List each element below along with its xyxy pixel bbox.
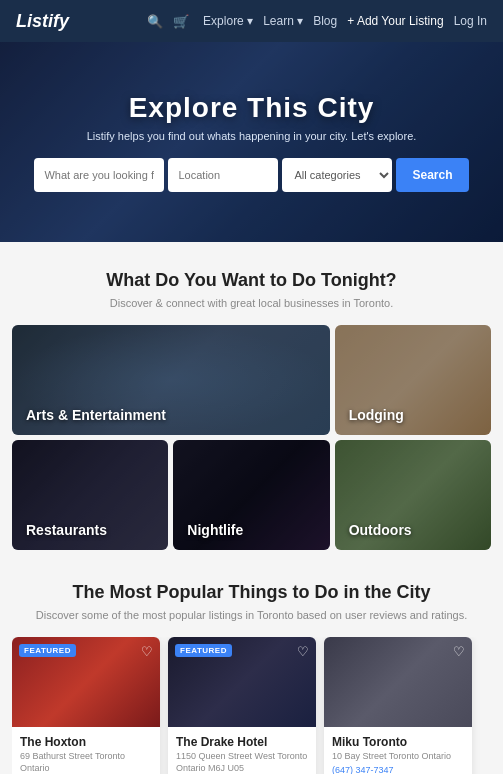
listing-card-miku[interactable]: ♡ Miku Toronto 10 Bay Street Toronto Ont… [324, 637, 472, 774]
card-hoxton-featured-badge: FEATURED [19, 644, 76, 657]
category-arts[interactable]: Arts & Entertainment [12, 325, 330, 435]
popular-cards-list: FEATURED ♡ The Hoxton 69 Bathurst Street… [12, 637, 491, 774]
category-outdoors-label: Outdoors [349, 522, 412, 538]
popular-section: The Most Popular Things to Do in the Cit… [0, 562, 503, 774]
nav-add-listing[interactable]: + Add Your Listing [347, 14, 443, 28]
hero-subtitle: Listify helps you find out whats happeni… [34, 130, 468, 142]
card-miku-phone[interactable]: (647) 347-7347 [332, 765, 464, 774]
card-drake-heart-icon[interactable]: ♡ [297, 644, 309, 659]
categories-section-header: What Do You Want to Do Tonight? Discover… [0, 242, 503, 325]
card-hoxton-name: The Hoxton [20, 735, 152, 749]
nav-login[interactable]: Log In [454, 14, 487, 28]
hero-section: Explore This City Listify helps you find… [0, 42, 503, 242]
category-restaurants-label: Restaurants [26, 522, 107, 538]
nav-learn[interactable]: Learn ▾ [263, 14, 303, 28]
card-miku-bg [324, 637, 472, 727]
popular-section-subtitle: Discover some of the most popular listin… [12, 609, 491, 621]
card-miku-name: Miku Toronto [332, 735, 464, 749]
card-miku-image: ♡ [324, 637, 472, 727]
search-location-input[interactable] [168, 158, 278, 192]
search-icon[interactable]: 🔍 [147, 14, 163, 29]
category-lodging-label: Lodging [349, 407, 404, 423]
popular-section-header: The Most Popular Things to Do in the Cit… [12, 582, 491, 625]
popular-section-title: The Most Popular Things to Do in the Cit… [12, 582, 491, 603]
category-lodging[interactable]: Lodging [335, 325, 491, 435]
categories-section-title: What Do You Want to Do Tonight? [20, 270, 483, 291]
search-what-input[interactable] [34, 158, 164, 192]
card-drake-image: FEATURED ♡ [168, 637, 316, 727]
navbar-nav: Explore ▾ Learn ▾ Blog + Add Your Listin… [203, 14, 487, 28]
card-drake-body: The Drake Hotel 1150 Queen Street West T… [168, 727, 316, 774]
category-outdoors[interactable]: Outdoors [335, 440, 491, 550]
categories-grid: Arts & Entertainment Lodging Restaurants… [0, 325, 503, 562]
card-hoxton-image: FEATURED ♡ [12, 637, 160, 727]
cart-icon[interactable]: 🛒 [173, 14, 189, 29]
category-restaurants[interactable]: Restaurants [12, 440, 168, 550]
card-miku-heart-icon[interactable]: ♡ [453, 644, 465, 659]
nav-blog[interactable]: Blog [313, 14, 337, 28]
search-bar: All categories Arts & Entertainment Lodg… [34, 158, 468, 192]
listing-card-hoxton[interactable]: FEATURED ♡ The Hoxton 69 Bathurst Street… [12, 637, 160, 774]
category-arts-label: Arts & Entertainment [26, 407, 166, 423]
card-hoxton-heart-icon[interactable]: ♡ [141, 644, 153, 659]
card-miku-address: 10 Bay Street Toronto Ontario [332, 751, 464, 763]
hero-title: Explore This City [34, 92, 468, 124]
navbar-icons: 🔍 🛒 [147, 14, 189, 29]
nav-explore[interactable]: Explore ▾ [203, 14, 253, 28]
navbar-logo[interactable]: Listify [16, 11, 133, 32]
navbar: Listify 🔍 🛒 Explore ▾ Learn ▾ Blog + Add… [0, 0, 503, 42]
categories-section-subtitle: Discover & connect with great local busi… [20, 297, 483, 309]
category-nightlife-label: Nightlife [187, 522, 243, 538]
card-hoxton-address: 69 Bathurst Street Toronto Ontario [20, 751, 152, 774]
hero-content: Explore This City Listify helps you find… [14, 92, 488, 192]
card-miku-body: Miku Toronto 10 Bay Street Toronto Ontar… [324, 727, 472, 774]
card-drake-name: The Drake Hotel [176, 735, 308, 749]
card-drake-address: 1150 Queen Street West Toronto Ontario M… [176, 751, 308, 774]
search-button[interactable]: Search [396, 158, 468, 192]
card-hoxton-body: The Hoxton 69 Bathurst Street Toronto On… [12, 727, 160, 774]
card-drake-featured-badge: FEATURED [175, 644, 232, 657]
search-category-select[interactable]: All categories Arts & Entertainment Lodg… [282, 158, 392, 192]
category-nightlife[interactable]: Nightlife [173, 440, 329, 550]
listing-card-drake[interactable]: FEATURED ♡ The Drake Hotel 1150 Queen St… [168, 637, 316, 774]
